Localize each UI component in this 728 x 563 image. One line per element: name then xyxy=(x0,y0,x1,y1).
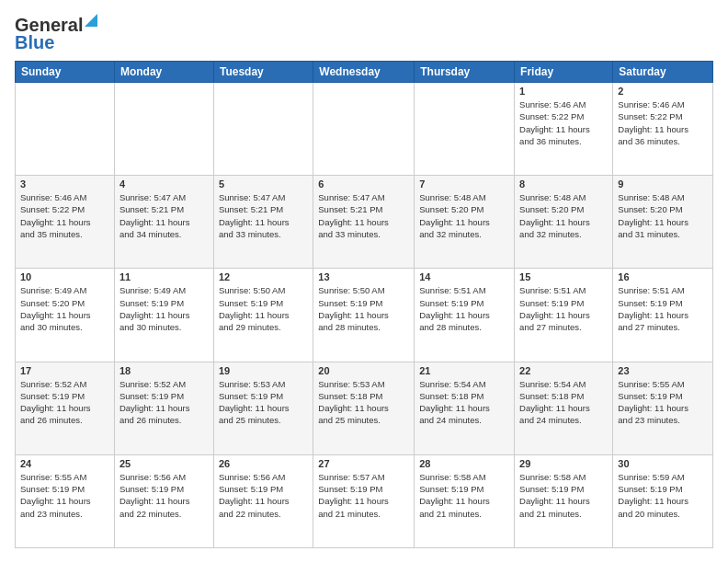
week-row-5: 24Sunrise: 5:55 AM Sunset: 5:19 PM Dayli… xyxy=(16,454,713,547)
day-number: 3 xyxy=(20,178,109,190)
weekday-header-monday: Monday xyxy=(114,62,213,83)
day-info: Sunrise: 5:51 AM Sunset: 5:19 PM Dayligh… xyxy=(618,284,708,333)
calendar-cell: 29Sunrise: 5:58 AM Sunset: 5:19 PM Dayli… xyxy=(515,454,613,547)
day-info: Sunrise: 5:56 AM Sunset: 5:19 PM Dayligh… xyxy=(219,471,308,520)
day-info: Sunrise: 5:51 AM Sunset: 5:19 PM Dayligh… xyxy=(519,284,608,333)
calendar-cell: 24Sunrise: 5:55 AM Sunset: 5:19 PM Dayli… xyxy=(16,454,115,547)
day-info: Sunrise: 5:52 AM Sunset: 5:19 PM Dayligh… xyxy=(119,378,209,427)
day-info: Sunrise: 5:58 AM Sunset: 5:19 PM Dayligh… xyxy=(419,471,509,520)
day-number: 12 xyxy=(219,271,308,282)
calendar-cell: 20Sunrise: 5:53 AM Sunset: 5:18 PM Dayli… xyxy=(313,362,415,454)
svg-marker-0 xyxy=(85,14,97,27)
weekday-header-tuesday: Tuesday xyxy=(213,62,313,83)
day-number: 1 xyxy=(519,86,608,97)
weekday-header-friday: Friday xyxy=(515,62,613,83)
calendar-cell: 6Sunrise: 5:47 AM Sunset: 5:21 PM Daylig… xyxy=(313,176,415,269)
day-info: Sunrise: 5:55 AM Sunset: 5:19 PM Dayligh… xyxy=(618,378,708,427)
day-info: Sunrise: 5:48 AM Sunset: 5:20 PM Dayligh… xyxy=(618,191,708,240)
calendar-cell: 5Sunrise: 5:47 AM Sunset: 5:21 PM Daylig… xyxy=(213,176,313,269)
day-number: 27 xyxy=(318,458,409,469)
day-number: 25 xyxy=(119,458,209,469)
logo-arrow-icon xyxy=(85,14,97,27)
calendar-cell: 14Sunrise: 5:51 AM Sunset: 5:19 PM Dayli… xyxy=(415,269,515,362)
day-number: 29 xyxy=(519,458,608,469)
day-info: Sunrise: 5:47 AM Sunset: 5:21 PM Dayligh… xyxy=(119,191,209,240)
day-number: 22 xyxy=(519,365,608,376)
day-number: 19 xyxy=(219,365,308,376)
day-info: Sunrise: 5:53 AM Sunset: 5:19 PM Dayligh… xyxy=(219,378,308,427)
calendar-cell xyxy=(213,83,313,176)
day-info: Sunrise: 5:46 AM Sunset: 5:22 PM Dayligh… xyxy=(618,98,708,147)
week-row-4: 17Sunrise: 5:52 AM Sunset: 5:19 PM Dayli… xyxy=(16,362,713,454)
day-number: 2 xyxy=(618,86,708,97)
day-number: 24 xyxy=(20,458,109,469)
logo-blue: Blue xyxy=(15,32,54,53)
calendar-cell: 28Sunrise: 5:58 AM Sunset: 5:19 PM Dayli… xyxy=(415,454,515,547)
calendar-cell: 2Sunrise: 5:46 AM Sunset: 5:22 PM Daylig… xyxy=(613,83,713,176)
day-number: 7 xyxy=(419,178,509,190)
weekday-header-thursday: Thursday xyxy=(415,62,515,83)
calendar-cell: 1Sunrise: 5:46 AM Sunset: 5:22 PM Daylig… xyxy=(515,83,613,176)
day-info: Sunrise: 5:51 AM Sunset: 5:19 PM Dayligh… xyxy=(419,284,509,333)
day-number: 20 xyxy=(318,365,409,376)
calendar-table: SundayMondayTuesdayWednesdayThursdayFrid… xyxy=(15,61,713,548)
calendar-cell: 25Sunrise: 5:56 AM Sunset: 5:19 PM Dayli… xyxy=(114,454,213,547)
day-number: 11 xyxy=(119,271,209,282)
calendar-cell: 13Sunrise: 5:50 AM Sunset: 5:19 PM Dayli… xyxy=(313,269,415,362)
day-number: 8 xyxy=(519,178,608,190)
calendar-cell: 11Sunrise: 5:49 AM Sunset: 5:19 PM Dayli… xyxy=(114,269,213,362)
day-number: 26 xyxy=(219,458,308,469)
calendar-cell: 22Sunrise: 5:54 AM Sunset: 5:18 PM Dayli… xyxy=(515,362,613,454)
day-number: 6 xyxy=(318,178,409,190)
calendar-cell: 15Sunrise: 5:51 AM Sunset: 5:19 PM Dayli… xyxy=(515,269,613,362)
calendar-cell xyxy=(415,83,515,176)
calendar-cell: 12Sunrise: 5:50 AM Sunset: 5:19 PM Dayli… xyxy=(213,269,313,362)
weekday-header-row: SundayMondayTuesdayWednesdayThursdayFrid… xyxy=(16,62,713,83)
calendar-cell: 9Sunrise: 5:48 AM Sunset: 5:20 PM Daylig… xyxy=(613,176,713,269)
day-number: 17 xyxy=(20,365,109,376)
day-number: 16 xyxy=(618,271,708,282)
day-info: Sunrise: 5:48 AM Sunset: 5:20 PM Dayligh… xyxy=(519,191,608,240)
week-row-3: 10Sunrise: 5:49 AM Sunset: 5:20 PM Dayli… xyxy=(16,269,713,362)
day-number: 4 xyxy=(119,178,209,190)
day-info: Sunrise: 5:50 AM Sunset: 5:19 PM Dayligh… xyxy=(219,284,308,333)
weekday-header-wednesday: Wednesday xyxy=(313,62,415,83)
day-number: 30 xyxy=(618,458,708,469)
calendar-cell xyxy=(114,83,213,176)
calendar-cell: 4Sunrise: 5:47 AM Sunset: 5:21 PM Daylig… xyxy=(114,176,213,269)
calendar-cell: 18Sunrise: 5:52 AM Sunset: 5:19 PM Dayli… xyxy=(114,362,213,454)
day-info: Sunrise: 5:46 AM Sunset: 5:22 PM Dayligh… xyxy=(519,98,608,147)
day-info: Sunrise: 5:54 AM Sunset: 5:18 PM Dayligh… xyxy=(519,378,608,427)
calendar-cell: 16Sunrise: 5:51 AM Sunset: 5:19 PM Dayli… xyxy=(613,269,713,362)
calendar-cell: 10Sunrise: 5:49 AM Sunset: 5:20 PM Dayli… xyxy=(16,269,115,362)
day-info: Sunrise: 5:50 AM Sunset: 5:19 PM Dayligh… xyxy=(318,284,409,333)
day-number: 10 xyxy=(20,271,109,282)
day-info: Sunrise: 5:49 AM Sunset: 5:19 PM Dayligh… xyxy=(119,284,209,333)
day-number: 9 xyxy=(618,178,708,190)
page: General Blue SundayMondayTuesdayWednesda… xyxy=(0,0,728,563)
day-info: Sunrise: 5:59 AM Sunset: 5:19 PM Dayligh… xyxy=(618,471,708,520)
day-info: Sunrise: 5:54 AM Sunset: 5:18 PM Dayligh… xyxy=(419,378,509,427)
day-number: 21 xyxy=(419,365,509,376)
weekday-header-saturday: Saturday xyxy=(613,62,713,83)
day-number: 23 xyxy=(618,365,708,376)
calendar-cell: 23Sunrise: 5:55 AM Sunset: 5:19 PM Dayli… xyxy=(613,362,713,454)
day-number: 28 xyxy=(419,458,509,469)
calendar-cell: 7Sunrise: 5:48 AM Sunset: 5:20 PM Daylig… xyxy=(415,176,515,269)
day-info: Sunrise: 5:48 AM Sunset: 5:20 PM Dayligh… xyxy=(419,191,509,240)
week-row-1: 1Sunrise: 5:46 AM Sunset: 5:22 PM Daylig… xyxy=(16,83,713,176)
day-info: Sunrise: 5:49 AM Sunset: 5:20 PM Dayligh… xyxy=(20,284,109,333)
day-number: 15 xyxy=(519,271,608,282)
header: General Blue xyxy=(15,15,713,53)
calendar-cell: 19Sunrise: 5:53 AM Sunset: 5:19 PM Dayli… xyxy=(213,362,313,454)
calendar-cell: 3Sunrise: 5:46 AM Sunset: 5:22 PM Daylig… xyxy=(16,176,115,269)
day-info: Sunrise: 5:47 AM Sunset: 5:21 PM Dayligh… xyxy=(318,191,409,240)
calendar-cell xyxy=(313,83,415,176)
day-info: Sunrise: 5:52 AM Sunset: 5:19 PM Dayligh… xyxy=(20,378,109,427)
day-number: 18 xyxy=(119,365,209,376)
day-info: Sunrise: 5:46 AM Sunset: 5:22 PM Dayligh… xyxy=(20,191,109,240)
calendar-cell: 26Sunrise: 5:56 AM Sunset: 5:19 PM Dayli… xyxy=(213,454,313,547)
day-info: Sunrise: 5:57 AM Sunset: 5:19 PM Dayligh… xyxy=(318,471,409,520)
calendar-cell: 30Sunrise: 5:59 AM Sunset: 5:19 PM Dayli… xyxy=(613,454,713,547)
week-row-2: 3Sunrise: 5:46 AM Sunset: 5:22 PM Daylig… xyxy=(16,176,713,269)
